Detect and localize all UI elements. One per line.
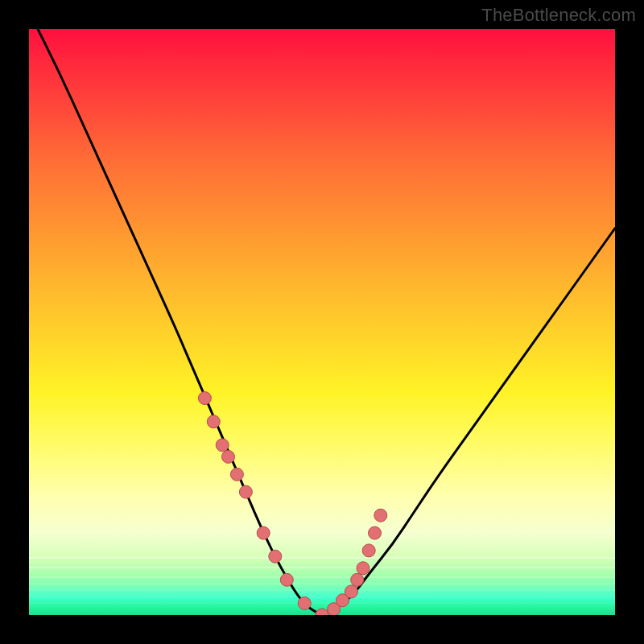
scatter-dot: [351, 573, 364, 586]
bottleneck-curve: [29, 29, 615, 613]
scatter-dot: [216, 439, 229, 452]
scatter-dot: [269, 550, 282, 563]
chart-stage: TheBottleneck.com: [0, 0, 644, 644]
watermark-credit: TheBottleneck.com: [481, 5, 636, 26]
scatter-dots-group: [198, 392, 386, 615]
scatter-dot: [222, 450, 235, 463]
plot-area: [29, 29, 615, 615]
scatter-dot: [345, 585, 357, 598]
scatter-dot: [257, 526, 270, 539]
scatter-dot: [316, 609, 328, 615]
scatter-dot: [369, 526, 382, 539]
scatter-dot: [239, 485, 252, 498]
scatter-dot: [374, 509, 387, 522]
scatter-dot: [230, 468, 243, 481]
scatter-dot: [357, 562, 369, 575]
scatter-dot: [298, 597, 311, 609]
chart-svg: [29, 29, 615, 615]
scatter-dot: [362, 544, 375, 557]
scatter-dot: [207, 415, 220, 428]
scatter-dot: [280, 573, 293, 586]
scatter-dot: [198, 392, 211, 405]
